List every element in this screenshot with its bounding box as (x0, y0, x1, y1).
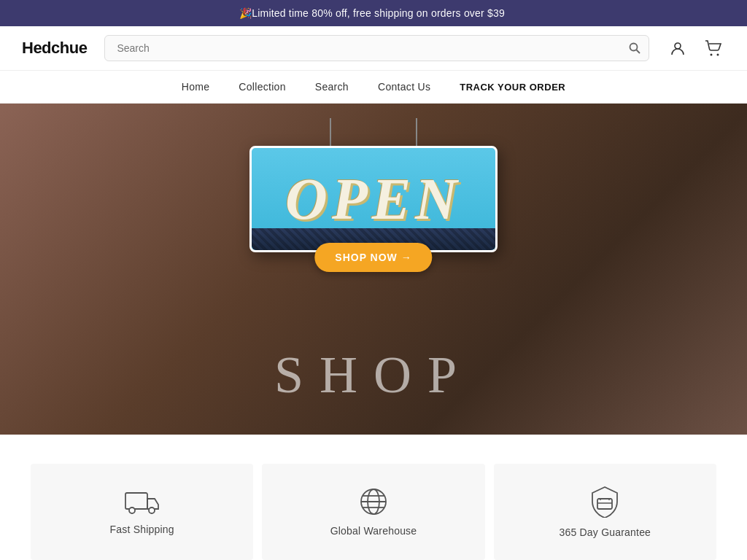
svg-point-4 (717, 54, 719, 56)
hanger-left (330, 118, 331, 147)
svg-line-1 (637, 50, 640, 54)
hero-shop-text: SHOP (274, 345, 473, 405)
search-icon-button[interactable] (629, 42, 640, 54)
svg-point-0 (630, 44, 638, 51)
fast-shipping-label: Fast Shipping (110, 524, 174, 535)
nav-item-track[interactable]: TRACK YOUR ORDER (460, 82, 565, 93)
guarantee-label: 365 Day Guarantee (560, 526, 651, 538)
nav-item-home[interactable]: Home (182, 81, 210, 93)
cart-button[interactable] (702, 37, 725, 59)
nav-item-contact[interactable]: Contact Us (378, 81, 430, 93)
svg-point-6 (129, 508, 135, 513)
globe-icon (359, 487, 388, 516)
cart-icon (705, 40, 722, 56)
account-button[interactable] (667, 37, 689, 59)
features-section: Fast Shipping Global Warehouse 365 Day G… (0, 449, 747, 560)
search-icon (629, 42, 640, 54)
svg-point-7 (149, 508, 155, 513)
header-icons (667, 37, 725, 59)
svg-point-3 (711, 54, 713, 56)
nav-item-collection[interactable]: Collection (239, 81, 285, 93)
nav-item-search[interactable]: Search (315, 81, 349, 93)
search-wrapper (104, 35, 649, 61)
feature-card-guarantee: 365 Day Guarantee (494, 464, 716, 560)
feature-card-warehouse: Global Warehouse (262, 464, 484, 560)
feature-card-shipping: Fast Shipping (31, 464, 253, 560)
logo[interactable]: Hedchue (22, 39, 87, 58)
shield-check-icon (590, 486, 619, 518)
hanger-right (416, 118, 417, 147)
open-sign-container: OPEN SHOP NOW → (235, 118, 512, 252)
truck-icon (125, 489, 160, 515)
hero-section: OPEN SHOP NOW → SHOP (0, 104, 747, 435)
open-text: OPEN (281, 170, 466, 228)
shop-now-button[interactable]: SHOP NOW → (314, 243, 432, 272)
nav: Home Collection Search Contact Us TRACK … (0, 71, 747, 104)
svg-point-2 (675, 43, 681, 49)
banner-text: 🎉Limited time 80% off, free shipping on … (239, 7, 505, 19)
open-sign: OPEN SHOP NOW → (249, 146, 498, 252)
svg-rect-13 (597, 499, 612, 509)
global-warehouse-label: Global Warehouse (330, 525, 417, 537)
svg-rect-5 (125, 493, 147, 509)
search-input[interactable] (104, 35, 649, 61)
account-icon (670, 40, 686, 56)
header: Hedchue (0, 26, 747, 71)
top-banner: 🎉Limited time 80% off, free shipping on … (0, 0, 747, 26)
